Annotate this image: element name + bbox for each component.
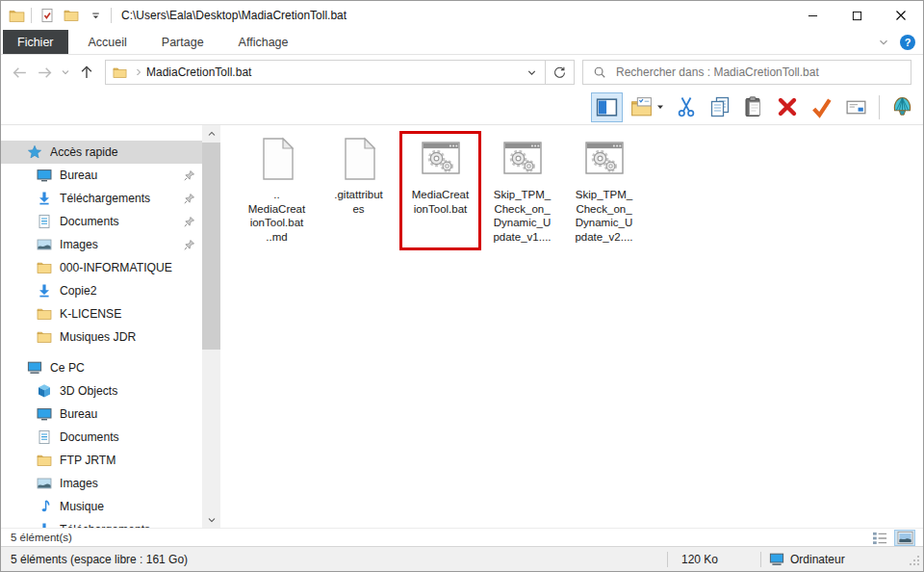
sidebar-item-icon — [37, 406, 52, 422]
titlebar: C:\Users\Eala\Desktop\MadiaCretionToll.b… — [1, 1, 923, 30]
back-button[interactable] — [7, 59, 32, 86]
address-dropdown-icon — [526, 66, 538, 79]
scrollbar-thumb[interactable] — [202, 143, 220, 350]
rename-icon — [844, 95, 868, 119]
new-folder-qat-button[interactable] — [62, 5, 81, 26]
file-item[interactable]: MediaCreat ionTool.bat — [399, 131, 481, 250]
details-view-icon — [872, 531, 888, 545]
resize-grip-icon[interactable] — [906, 552, 921, 567]
sidebar-item[interactable]: Documents — [1, 426, 202, 449]
file-item[interactable]: .gitattribut es — [318, 131, 399, 250]
delete-button[interactable] — [772, 92, 803, 122]
delete-icon — [776, 95, 799, 118]
search-icon — [593, 65, 606, 79]
sidebar-item-label: Musique — [60, 500, 183, 513]
sidebar-item-label: Images — [60, 477, 183, 490]
file-item[interactable]: .. MediaCreat ionTool.bat ..md — [236, 131, 318, 250]
sidebar-item-label: K-LICENSE — [60, 307, 183, 321]
search-input[interactable] — [614, 65, 905, 80]
tab-fichier[interactable]: Fichier — [3, 30, 68, 54]
sidebar-item-icon — [37, 429, 52, 445]
file-label: .. MediaCreat ionTool.bat ..md — [248, 188, 305, 244]
ribbon-tab[interactable]: Affichage — [224, 30, 303, 54]
sidebar-item-icon — [37, 499, 52, 514]
new-folder-button[interactable] — [626, 92, 668, 122]
refresh-button[interactable] — [546, 60, 575, 85]
sidebar-item-icon — [37, 329, 52, 345]
back-icon — [11, 64, 29, 82]
scroll-up-button[interactable] — [202, 125, 220, 142]
sidebar-item[interactable]: Bureau — [1, 403, 202, 426]
sidebar-item[interactable]: Images — [1, 472, 202, 495]
window-controls — [790, 1, 923, 30]
ribbon-tab[interactable]: Accueil — [74, 30, 141, 54]
shell-button[interactable] — [886, 92, 918, 122]
customize-qat-button[interactable] — [86, 5, 105, 26]
sidebar-item[interactable]: Téléchargements — [1, 187, 202, 210]
sidebar-item-label: Accès rapide — [50, 145, 183, 159]
up-button[interactable] — [74, 59, 99, 86]
cut-button[interactable] — [671, 92, 702, 122]
sidebar-item[interactable]: Téléchargements — [1, 518, 202, 528]
copy-button[interactable] — [705, 92, 735, 122]
search-box[interactable] — [582, 60, 911, 85]
sidebar-item[interactable]: 000-INFORMATIQUE — [1, 256, 202, 279]
paste-icon — [742, 95, 765, 118]
file-label: Skip_TPM_ Check_on_ Dynamic_U pdate_v1..… — [493, 188, 551, 244]
sidebar-item[interactable]: FTP JRTM — [1, 449, 202, 472]
sidebar-scrollbar[interactable] — [202, 125, 220, 528]
file-label: Skip_TPM_ Check_on_ Dynamic_U pdate_v2..… — [575, 188, 632, 244]
sidebar-item[interactable]: Copie2 — [1, 279, 202, 302]
thumbnail-view-button[interactable] — [894, 530, 915, 546]
maximize-button[interactable] — [834, 1, 879, 30]
confirm-button[interactable] — [806, 92, 837, 122]
sidebar-item-icon — [37, 476, 52, 491]
minimize-button[interactable] — [790, 1, 834, 30]
titlebar-divider — [31, 8, 32, 23]
sidebar-item-label: Documents — [60, 215, 183, 228]
chevron-down-icon — [206, 514, 218, 526]
sidebar-item[interactable]: Documents — [1, 210, 202, 233]
file-item[interactable]: Skip_TPM_ Check_on_ Dynamic_U pdate_v2..… — [563, 131, 645, 250]
file-item[interactable]: Skip_TPM_ Check_on_ Dynamic_U pdate_v1..… — [481, 131, 563, 250]
pin-icon — [183, 169, 195, 182]
rename-button[interactable] — [840, 92, 872, 122]
scroll-down-button[interactable] — [202, 511, 220, 528]
ribbon-tab[interactable]: Partage — [147, 30, 218, 54]
ribbon-tabs: Fichier Accueil Partage Affichage ? — [1, 30, 923, 55]
ribbon-collapse-button[interactable] — [877, 36, 890, 49]
sidebar-item[interactable]: Accès rapide — [1, 141, 202, 164]
recent-locations-button[interactable] — [57, 59, 74, 86]
properties-button[interactable] — [38, 5, 57, 26]
sidebar-item-label: Téléchargements — [60, 192, 183, 205]
close-button[interactable] — [879, 1, 923, 30]
sidebar-item-icon — [27, 144, 42, 160]
breadcrumb-location[interactable]: MadiaCretionToll.bat — [146, 65, 519, 79]
sidebar-item[interactable]: Ce PC — [1, 356, 202, 379]
refresh-icon — [552, 65, 567, 80]
preview-pane-button[interactable] — [591, 92, 623, 122]
app-icon[interactable] — [9, 8, 25, 24]
address-dropdown-button[interactable] — [519, 61, 545, 84]
file-icon — [581, 136, 628, 182]
pin-icon — [183, 239, 195, 251]
sidebar-item-icon — [37, 306, 52, 322]
paste-button[interactable] — [738, 92, 769, 122]
sidebar-item[interactable]: 3D Objects — [1, 379, 202, 403]
sidebar-item[interactable]: K-LICENSE — [1, 302, 202, 325]
sidebar-item[interactable]: Musique — [1, 495, 202, 518]
explorer-window: C:\Users\Eala\Desktop\MadiaCretionToll.b… — [0, 0, 924, 572]
sidebar-item-label: Ce PC — [50, 361, 183, 375]
sidebar-item[interactable]: Images — [1, 233, 202, 256]
file-icon — [336, 136, 382, 182]
item-count: 5 élément(s) — [11, 532, 72, 543]
sidebar-item[interactable]: Bureau — [1, 164, 202, 187]
forward-button[interactable] — [32, 59, 57, 86]
help-button[interactable]: ? — [900, 35, 915, 50]
sidebar-item-label: FTP JRTM — [60, 454, 183, 467]
details-view-button[interactable] — [869, 530, 890, 546]
sidebar-item[interactable]: Musiques JDR — [1, 325, 202, 349]
ribbon-right-controls: ? — [877, 30, 923, 54]
address-bar[interactable]: MadiaCretionToll.bat — [105, 60, 546, 85]
copy-icon — [708, 95, 732, 118]
